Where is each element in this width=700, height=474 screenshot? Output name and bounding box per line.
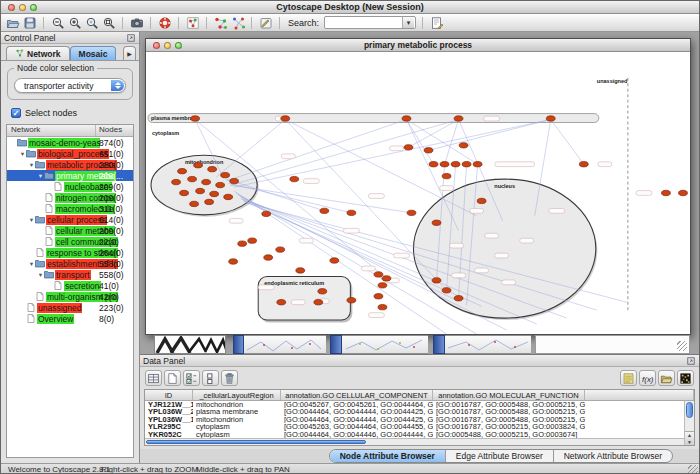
table-column-header[interactable]: _cellularLayoutRegion [193, 390, 281, 400]
tab-edge-attribute-browser[interactable]: Edge Attribute Browser [446, 450, 554, 462]
tree-item-macromolecule[interactable]: macromolecule311(0) [7, 203, 133, 214]
select-attributes-icon[interactable] [183, 370, 200, 386]
tree-expander-icon[interactable]: ▼ [28, 162, 35, 168]
zoom-selected-icon[interactable] [84, 15, 99, 30]
table-cell[interactable]: [GO:0044464, GO:0044446, GO:0044444, G..… [281, 431, 433, 438]
table-row[interactable]: YPL036W__2plasma membrane[GO:0044464, GO… [145, 408, 694, 415]
open-session-icon[interactable] [5, 15, 20, 30]
table-cell[interactable]: [GO:0044464, GO:0044444, GO:0044425, G..… [281, 416, 433, 423]
tree-item-unassigned[interactable]: unassigned223(0) [7, 302, 133, 313]
formula-builder-icon[interactable]: f(x) [639, 370, 656, 386]
vizmapper-icon[interactable] [213, 15, 228, 30]
table-row[interactable]: YPL036W__1mitochondrion[GO:0044464, GO:0… [145, 416, 694, 423]
zoom-out-icon[interactable] [50, 15, 65, 30]
tree-expander-icon[interactable]: ▼ [37, 173, 44, 179]
tree-expander-icon[interactable]: ▼ [28, 261, 35, 267]
app-titlebar[interactable]: Cytoscape Desktop (New Session) [1, 1, 699, 14]
tab-mosaic[interactable]: Mosaic [70, 46, 117, 60]
search-dropdown-arrow-icon[interactable]: ▾ [402, 17, 414, 28]
tree-item-biological-process[interactable]: ▼biological_process651(0) [7, 148, 133, 159]
select-nodes-checkbox[interactable]: ✓ Select nodes [11, 108, 129, 118]
table-cell[interactable]: cytoplasm [193, 423, 281, 430]
scrollbar-thumb[interactable] [146, 440, 366, 444]
resize-grip-icon[interactable] [688, 465, 698, 474]
network-window[interactable]: primary metabolic process plasma membran… [145, 38, 691, 335]
tree-item-mosaic-demo-yeast[interactable]: mosaic-demo-yeast874(0) [7, 137, 133, 148]
table-cell[interactable]: [GO:0005488, GO:0005215, GO:0003674] [433, 431, 585, 438]
table-cell[interactable]: plasma membrane [193, 408, 281, 415]
table-cell[interactable]: YLR295C [145, 423, 193, 430]
tree-expander-icon[interactable]: ▼ [37, 272, 44, 278]
tab-node-attribute-browser[interactable]: Node Attribute Browser [330, 450, 446, 462]
network-manager-icon[interactable] [185, 15, 200, 30]
tree-item-overview[interactable]: Overview8(0) [7, 313, 133, 324]
tab-network-attribute-browser[interactable]: Network Attribute Browser [554, 450, 672, 462]
table-column-header[interactable]: annotation.GO MOLECULAR_FUNCTION [433, 390, 585, 400]
table-row[interactable]: YLR295Ccytoplasm[GO:0045263, GO:0044464,… [145, 423, 694, 430]
delete-attribute-icon[interactable] [221, 370, 238, 386]
table-cell[interactable]: [GO:0045267, GO:0045261, GO:0044464, G..… [281, 401, 433, 408]
table-cell[interactable]: cytoplasm [193, 431, 281, 438]
tree-item-cell-communicat[interactable]: cell communicat22(0) [7, 236, 133, 247]
resize-grip-icon[interactable] [677, 341, 687, 351]
zoom-fit-icon[interactable] [101, 15, 116, 30]
horizontal-scrollbar[interactable] [145, 438, 684, 445]
tree-item-establishment-of-lo[interactable]: ▼establishment of lo558(0) [7, 258, 133, 269]
table-cell[interactable]: YKR052C [145, 431, 193, 438]
unselect-attributes-icon[interactable] [202, 370, 219, 386]
zoom-in-icon[interactable] [67, 15, 82, 30]
tree-item-multi-organism-pro[interactable]: multi-organism pro42(0) [7, 291, 133, 302]
tab-overflow-arrow[interactable]: ▶ [123, 46, 136, 60]
scrollbar-thumb[interactable] [686, 402, 693, 418]
table-cell[interactable]: [GO:0016787, GO:0005215, GO:0003824, G..… [433, 423, 585, 430]
table-cell[interactable]: [GO:0016787, GO:0005488, GO:0005215, G..… [433, 408, 585, 415]
attribute-matrix-icon[interactable] [677, 370, 694, 386]
search-input[interactable]: ▾ [324, 16, 416, 29]
tree-item-nucleobase-[interactable]: nucleobase-209(0) [7, 181, 133, 192]
table-cell[interactable]: [GO:0016787, GO:0005488, GO:0005215, G..… [433, 416, 585, 423]
tree-item-cellular-metabo[interactable]: cellular metabo209(0) [7, 225, 133, 236]
attribute-notes-icon[interactable] [620, 370, 637, 386]
column-layout-icon[interactable] [145, 370, 162, 386]
tree-item-cellular-process[interactable]: ▼cellular process614(0) [7, 214, 133, 225]
annotation-tool-icon[interactable] [258, 15, 273, 30]
table-cell[interactable]: mitochondrion [193, 416, 281, 423]
tab-network[interactable]: Network [6, 46, 70, 60]
float-panel-icon[interactable] [126, 33, 136, 43]
tree-item-transport[interactable]: ▼transport558(0) [7, 269, 133, 280]
node-color-select[interactable]: transporter activity [14, 78, 126, 93]
vertical-scrollbar[interactable]: ▲▼ [684, 401, 694, 445]
tree-item-response-to-stimulu[interactable]: response to stimulu264(0) [7, 247, 133, 258]
import-attributes-icon[interactable] [658, 370, 675, 386]
table-cell[interactable]: YJR121W__1 [145, 401, 193, 408]
help-lifesaver-icon[interactable] [157, 15, 172, 30]
table-row[interactable]: YKR052Ccytoplasm[GO:0044464, GO:0044446,… [145, 431, 694, 438]
table-cell[interactable]: [GO:0016787, GO:0005488, GO:0005215, G..… [433, 401, 585, 408]
scrollbar-arrows-icon[interactable]: ▲▼ [685, 431, 694, 445]
table-cell[interactable]: YPL036W__2 [145, 408, 193, 415]
tree-expander-icon[interactable]: ▼ [28, 217, 35, 223]
tree-item-nitrogen-compo[interactable]: nitrogen compo209(0) [7, 192, 133, 203]
tree-item-primary-metabo[interactable]: ▼primary metabo209(... [7, 170, 133, 181]
network-window-titlebar[interactable]: primary metabolic process [146, 39, 690, 52]
table-cell[interactable]: [GO:0044464, GO:0044444, GO:0044425, G..… [281, 408, 433, 415]
table-cell[interactable]: [GO:0045263, GO:0044464, GO:0044455, G..… [281, 423, 433, 430]
network-canvas[interactable]: plasma membranecytoplasmmitochondrionnuc… [146, 52, 690, 334]
tree-item-metabolic-process[interactable]: ▼metabolic process280(0) [7, 159, 133, 170]
float-panel-icon[interactable] [686, 356, 696, 366]
create-attribute-icon[interactable] [164, 370, 181, 386]
checkbox-check-icon[interactable]: ✓ [11, 108, 21, 118]
tree-expander-icon[interactable]: ▼ [19, 151, 26, 157]
combo-stepper-icon[interactable] [111, 80, 124, 91]
edge-filter-icon[interactable] [230, 15, 245, 30]
table-row[interactable]: YJR121W__1mitochondrion[GO:0045267, GO:0… [145, 401, 694, 408]
attribute-editor-icon[interactable] [429, 15, 444, 30]
save-session-icon[interactable] [22, 15, 37, 30]
snapshot-camera-icon[interactable] [129, 15, 144, 30]
table-cell[interactable]: mitochondrion [193, 401, 281, 408]
tree-item-secretion[interactable]: secretion41(0) [7, 280, 133, 291]
table-column-header[interactable]: ID [145, 390, 193, 400]
table-cell[interactable]: YPL036W__1 [145, 416, 193, 423]
table-column-header[interactable]: annotation.GO CELLULAR_COMPONENT [281, 390, 433, 400]
attribute-table[interactable]: ID_cellularLayoutRegionannotation.GO CEL… [144, 389, 695, 446]
